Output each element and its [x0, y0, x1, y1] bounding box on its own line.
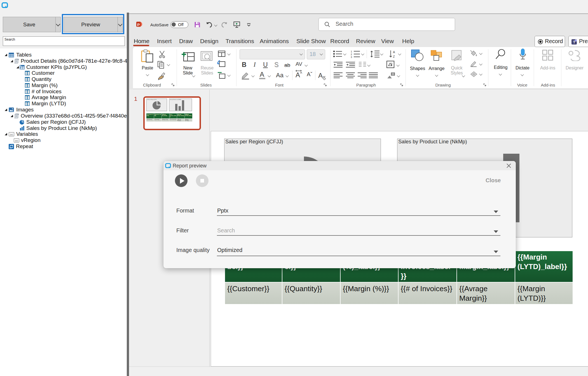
svg-text:{{Customer}}: {{Customer}}	[147, 119, 153, 120]
svg-text:el}}: el}}	[154, 115, 156, 116]
svg-text:3: 3	[351, 56, 352, 58]
svg-text:1: 1	[351, 50, 352, 53]
svg-text:A: A	[393, 50, 395, 54]
svg-text:{{Margin (%)}}: {{Margin (%)}}	[162, 119, 168, 120]
svg-text:(x): (x)	[10, 133, 13, 136]
svg-text:Invoices_label: Invoices_label	[170, 115, 176, 116]
svg-text:(%)_label}}: (%)_label}}	[162, 115, 167, 116]
svg-text:A: A	[318, 72, 323, 79]
svg-text:(LYTD)}}: (LYTD)}}	[185, 120, 189, 121]
svg-text:2: 2	[351, 53, 352, 56]
svg-text:P: P	[137, 23, 140, 27]
svg-text:}}: }}	[170, 116, 171, 117]
svg-text:Margin}}: Margin}}	[177, 120, 181, 121]
svg-text:bel}}: bel}}	[147, 115, 149, 116]
svg-text:Margin_label}}: Margin_label}}	[177, 115, 184, 116]
svg-text:(LYTD)_label}}: (LYTD)_label}}	[185, 115, 192, 116]
svg-text:Z: Z	[393, 55, 395, 58]
svg-text:{{Quantity}}: {{Quantity}}	[154, 119, 160, 120]
svg-text:(x): (x)	[15, 139, 18, 142]
svg-text:{{# of Invoices}}: {{# of Invoices}}	[170, 119, 177, 120]
